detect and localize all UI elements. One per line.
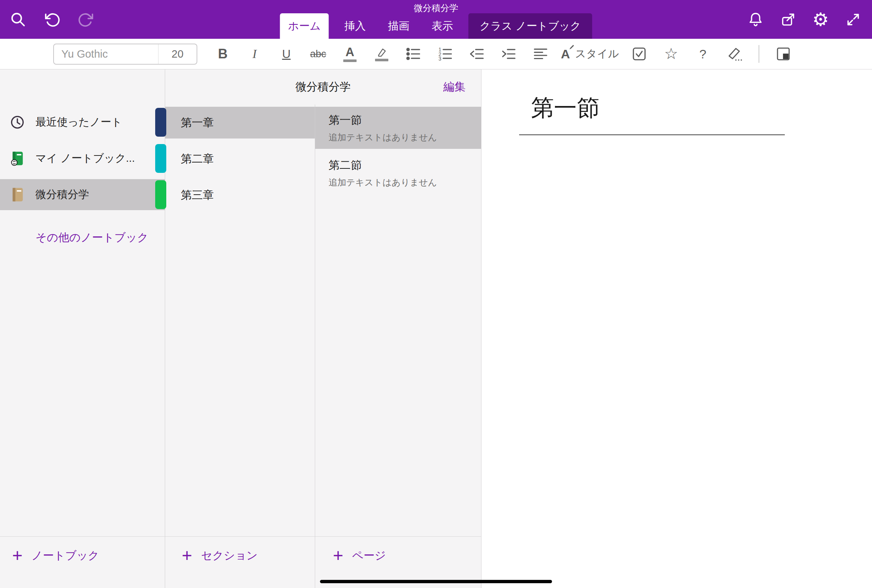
alignment-button[interactable] bbox=[529, 40, 552, 67]
page-item-subtitle: 追加テキストはありません bbox=[329, 177, 481, 188]
sidebar-item-label: マイ ノートブック... bbox=[36, 151, 135, 166]
font-picker[interactable]: Yu Gothic 20 bbox=[53, 44, 197, 64]
settings-icon[interactable]: ⚙ bbox=[811, 10, 830, 29]
add-section-button[interactable]: + セクション bbox=[165, 536, 315, 588]
toolbar-divider bbox=[759, 45, 759, 63]
todo-checkbox-button[interactable] bbox=[628, 40, 651, 67]
formatting-group: B I U abc A bbox=[207, 40, 799, 67]
font-color-button[interactable]: A bbox=[338, 40, 361, 67]
notebooks-sidebar: 最近使ったノート マイ ノートブック... bbox=[0, 69, 165, 588]
indent-button[interactable] bbox=[497, 40, 520, 67]
star-button[interactable]: ☆ bbox=[660, 40, 683, 67]
notebook-list: 最近使ったノート マイ ノートブック... bbox=[0, 107, 165, 215]
svg-text:3: 3 bbox=[438, 56, 441, 62]
strikethrough-button[interactable]: abc bbox=[307, 40, 330, 67]
highlighter-button[interactable] bbox=[370, 40, 393, 67]
notebook-sync-icon bbox=[9, 150, 26, 167]
add-notebook-button[interactable]: + ノートブック bbox=[0, 536, 165, 588]
notebook-color-tab bbox=[155, 180, 166, 209]
plus-icon: + bbox=[182, 547, 192, 564]
outdent-button[interactable] bbox=[465, 40, 488, 67]
topbar-right-icons: ⚙ bbox=[746, 0, 862, 39]
plus-icon: + bbox=[12, 547, 23, 564]
topbar-left-icons bbox=[9, 0, 95, 39]
center-panels: 微分積分学 編集 第一章 第二章 第三章 + セクション bbox=[165, 69, 482, 588]
ribbon-toolbar: Yu Gothic 20 B I U abc A bbox=[0, 39, 872, 69]
undo-icon[interactable] bbox=[43, 10, 62, 29]
bold-button[interactable]: B bbox=[212, 40, 234, 67]
sidebar-item-label: 微分積分学 bbox=[36, 187, 89, 202]
center-body: 第一章 第二章 第三章 + セクション 第一節 追加テキストはありません bbox=[165, 105, 481, 588]
notebook-header: 微分積分学 編集 bbox=[165, 69, 481, 105]
tag-button[interactable] bbox=[723, 40, 746, 67]
page-editor[interactable]: 第一節 bbox=[482, 69, 872, 588]
tab-view[interactable]: 表示 bbox=[425, 13, 460, 39]
bell-icon[interactable] bbox=[746, 10, 765, 29]
notebook-title: 微分積分学 bbox=[165, 69, 481, 105]
bulleted-list-button[interactable] bbox=[402, 40, 425, 67]
tab-draw[interactable]: 描画 bbox=[381, 13, 416, 39]
help-button[interactable]: ? bbox=[691, 40, 714, 67]
sidebar-item-label: 最近使ったノート bbox=[36, 115, 122, 130]
app-body: 最近使ったノート マイ ノートブック... bbox=[0, 69, 872, 588]
underline-button[interactable]: U bbox=[275, 40, 298, 67]
page-item[interactable]: 第一節 追加テキストはありません bbox=[315, 107, 481, 149]
window-title: 微分積分学 bbox=[0, 2, 872, 14]
section-item[interactable]: 第一章 bbox=[165, 107, 315, 138]
sidebar-item-calculus[interactable]: 微分積分学 bbox=[0, 179, 165, 210]
page-item[interactable]: 第二節 追加テキストはありません bbox=[315, 152, 481, 194]
styles-a-icon: A bbox=[561, 47, 570, 61]
ribbon-tabs: ホーム 挿入 描画 表示 クラス ノートブック bbox=[280, 13, 592, 39]
redo-icon[interactable] bbox=[77, 10, 95, 29]
page-list: 第一節 追加テキストはありません 第二節 追加テキストはありません bbox=[315, 107, 481, 197]
numbered-list-button[interactable]: 1 2 3 bbox=[434, 40, 457, 67]
plus-icon: + bbox=[333, 547, 343, 564]
sections-panel: 第一章 第二章 第三章 + セクション bbox=[165, 105, 315, 588]
page-item-title: 第一節 bbox=[329, 112, 481, 128]
tab-insert[interactable]: 挿入 bbox=[338, 13, 372, 39]
section-item[interactable]: 第二章 bbox=[165, 143, 315, 175]
italic-button[interactable]: I bbox=[243, 40, 266, 67]
styles-button[interactable]: A スタイル bbox=[561, 40, 619, 67]
sidebar-header-spacer bbox=[0, 69, 165, 105]
search-icon[interactable] bbox=[9, 10, 27, 29]
expand-icon[interactable] bbox=[844, 10, 862, 29]
tab-home[interactable]: ホーム bbox=[280, 13, 329, 39]
section-list: 第一章 第二章 第三章 bbox=[165, 107, 315, 215]
share-icon[interactable] bbox=[779, 10, 797, 29]
onenote-app: 微分積分学 ホーム 挿入 描画 表示 クラス ノ bbox=[0, 0, 872, 588]
font-size-field[interactable]: 20 bbox=[158, 44, 197, 64]
notebook-icon bbox=[9, 186, 26, 203]
top-bar: 微分積分学 ホーム 挿入 描画 表示 クラス ノ bbox=[0, 0, 872, 39]
tab-class-notebook[interactable]: クラス ノートブック bbox=[468, 13, 592, 39]
home-indicator[interactable] bbox=[320, 580, 552, 583]
page-item-subtitle: 追加テキストはありません bbox=[329, 132, 481, 143]
notebook-color-tab bbox=[155, 144, 166, 173]
pages-panel: 第一節 追加テキストはありません 第二節 追加テキストはありません + ページ bbox=[315, 105, 481, 588]
clock-icon bbox=[9, 114, 26, 131]
section-item[interactable]: 第三章 bbox=[165, 179, 315, 211]
more-notebooks-link[interactable]: その他のノートブック bbox=[0, 230, 165, 245]
page-item-title: 第二節 bbox=[329, 158, 481, 173]
sidebar-item-recent-notes[interactable]: 最近使ったノート bbox=[0, 107, 165, 138]
font-name-field[interactable]: Yu Gothic bbox=[54, 44, 158, 64]
page-color-button[interactable] bbox=[772, 40, 795, 67]
highlighter-bar bbox=[375, 59, 388, 61]
notebook-color-tab bbox=[155, 108, 166, 136]
title-underline bbox=[519, 135, 785, 135]
page-title[interactable]: 第一節 bbox=[531, 92, 872, 123]
edit-button[interactable]: 編集 bbox=[443, 69, 465, 105]
sidebar-item-my-notebooks[interactable]: マイ ノートブック... bbox=[0, 143, 165, 174]
font-color-bar bbox=[343, 60, 357, 62]
